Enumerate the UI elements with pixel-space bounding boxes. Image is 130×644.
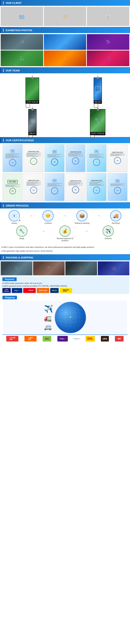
team-photo-frame-1: 🌴 2018年 长途之旅 — [25, 78, 39, 104]
team-photo-2: 👨‍👩‍👦 — [94, 78, 102, 100]
shipping-visual: ✈️ 🚛 🚐 🌍 — [3, 300, 127, 334]
cert-item-2: CERTIFICATE ✓ — [24, 144, 44, 172]
ems-logo: EMS — [43, 336, 51, 342]
pack-photo-3: 🏗️ — [65, 262, 97, 275]
testing-icon-circle: 📦 — [76, 210, 87, 221]
sto-logo: STO申通快递 — [6, 336, 18, 342]
exhibition-section: EXHIBITION PHOTOS 🏭 🔧 📡 🏪 🎯 👥 — [0, 27, 130, 67]
expo-photo-5: 🎯 — [44, 50, 86, 66]
process-row-2: 🔧 Reply → 💰 Receive payment & produce → … — [1, 226, 129, 242]
certifications-section: OUR CERTIFICATIONS CE CE CERTIFICATE — [0, 138, 130, 202]
client-photo-1: 👥 — [1, 7, 43, 26]
inquiry-label: Inquiry — [11, 222, 17, 224]
payment-icon-circle: 💰 — [60, 226, 70, 237]
process-arrow-3: → — [97, 214, 100, 218]
cert-item-9: CERTIFICATE CE — [65, 173, 85, 201]
team-section: OUR TEAM 🌴 2018年 长途之旅 👨‍👩‍👦 团队合影 — [0, 68, 130, 137]
truck-icon: 🚛 — [44, 314, 53, 322]
reply-label: Reply — [19, 237, 24, 240]
process-row-1: 📧 ↗ Inquiry → 🤝 Contract → 📦 Testing & p… — [1, 210, 129, 224]
sf-logo: SF顺丰速运 — [24, 336, 37, 342]
cert-title: OUR CERTIFICATIONS — [6, 139, 34, 142]
payment-box: Payment ● Online trade assurance order, … — [1, 276, 129, 294]
client-photo-2: 🤝 — [44, 7, 86, 26]
delta-logo: DELTA — [50, 288, 59, 293]
expo-photo-1: 🏭 — [1, 34, 43, 50]
cert-item-7: CERTIFICATE CE — [24, 173, 44, 201]
expo-photo-3: 📡 — [87, 34, 129, 50]
team-photo-frame-2: 👨‍👩‍👦 团队合影 — [94, 78, 102, 104]
inquiry-icon-circle: 📧 ↗ — [9, 210, 20, 221]
airplane-icon: ✈️ — [44, 304, 53, 313]
process-reply: 🔧 Reply — [11, 226, 32, 240]
order-header: ORDER PROCESS — [0, 203, 130, 208]
expo-photo-6: 👥 — [87, 50, 129, 66]
team-photo-3: 🍽️ — [29, 109, 36, 132]
contract-label: Contract — [45, 222, 52, 224]
cert-item-3: CE CE — [45, 144, 65, 172]
process-inquiry: 📧 ↗ Inquiry — [4, 210, 25, 224]
team-photo-frame-3: 🍽️ 团建活动 — [28, 109, 37, 135]
order-title: ORDER PROCESS — [6, 204, 29, 207]
order-process-section: ORDER PROCESS 📧 ↗ Inquiry → 🤝 Contract → — [0, 203, 130, 254]
process-arrow-5: → — [85, 229, 88, 233]
client-photos-row: 👥 🤝 👔 — [0, 6, 130, 27]
inquiry-icon: 📧 — [11, 213, 17, 218]
cert-header: OUR CERTIFICATIONS — [0, 138, 130, 143]
express-label: Express — [74, 338, 79, 340]
process-arrow-2: → — [64, 214, 66, 218]
dhl-logo: DHL — [86, 336, 95, 342]
pack-photo-4: 🏭 — [98, 262, 130, 275]
team-caption-3: 团建活动 — [29, 132, 36, 135]
reply-icon-circle: 🔧 — [16, 226, 27, 237]
pack-photo-1: ⚙️ — [1, 262, 32, 275]
received-icon: 🚚 — [113, 213, 119, 218]
packing-shipping-section: PACKING & SHIPPING ⚙️ 📦 🏗️ 🏭 Payment ● O… — [0, 254, 130, 344]
payment-note-2: ● More payment terms could be provided (… — [2, 285, 128, 287]
packing-header: PACKING & SHIPPING — [0, 254, 130, 260]
cert-item-8: CE ✓ — [45, 173, 65, 201]
delivery-icon: ✈️ — [105, 228, 111, 234]
testing-icon: 📦 — [79, 213, 85, 218]
team-caption-2: 团队合影 — [94, 100, 102, 104]
process-contract: 🤝 Contract — [38, 210, 59, 224]
our-client-header: OUR CLIENT — [0, 0, 130, 6]
payment-process-icon: 💰 — [62, 228, 68, 234]
team-header: OUR TEAM — [0, 68, 130, 73]
process-testing: 📦 Testing & packing — [71, 210, 92, 224]
exhibition-title: EXHIBITION PHOTOS — [6, 29, 32, 32]
team-caption-4: 2020年 日本蕉之旅 — [90, 132, 105, 135]
received-icon-circle: 🚚 — [110, 210, 121, 221]
team-photo-1: 🌴 — [26, 78, 39, 100]
western-union-logo: WESTERNUNION — [60, 288, 72, 293]
reply-icon: 🔧 — [19, 228, 25, 234]
received-label: Received — [112, 222, 120, 224]
team-photo-frame-3-container: 🍽️ 团建活动 — [1, 106, 64, 135]
order-notes: ● With 5 years of production and sales e… — [0, 245, 130, 254]
payment-label: Receive payment & produce — [55, 237, 75, 242]
cert-row-2: ISO 9001 ISO CERTIFICATE CE — [0, 173, 130, 202]
team-photos-grid: 🌴 2018年 长途之旅 👨‍👩‍👦 团队合影 🍽️ 团建活动 — [0, 73, 130, 137]
fedex-logo: FedEx — [57, 336, 68, 342]
pack-photo-2: 📦 — [33, 262, 65, 275]
inquiry-arrow-icon: ↗ — [18, 218, 21, 222]
cert-item-1: CE CE — [2, 144, 22, 172]
contract-icon-circle: 🤝 — [43, 210, 54, 221]
process-received: 🚚 Received — [105, 210, 126, 224]
order-note-2: ● We guarantee high quality and best ser… — [1, 250, 129, 253]
client-photo-3: 👔 — [87, 7, 129, 26]
our-client-section: OUR CLIENT 👥 🤝 👔 — [0, 0, 130, 27]
testing-label: Testing & packing — [74, 222, 89, 224]
deji-logo: 德迅 — [115, 336, 124, 342]
team-title: OUR TEAM — [6, 69, 20, 72]
globe-emoji: 🌍 — [69, 316, 72, 319]
team-photo-4: 🌏 — [90, 109, 105, 132]
cert-row-1: CE CE CERTIFICATE — [0, 143, 130, 173]
discover-logo: DISCOVER — [37, 288, 49, 293]
process-arrow-1: → — [30, 214, 33, 218]
cert-item-5: CE ✓ — [86, 144, 106, 172]
expo-photo-4: 🏪 — [1, 50, 43, 66]
packing-photos-row: ⚙️ 📦 🏗️ 🏭 — [0, 260, 130, 276]
our-client-title: OUR CLIENT — [6, 2, 22, 4]
order-process-container: 📧 ↗ Inquiry → 🤝 Contract → 📦 Testing & p… — [0, 208, 130, 245]
